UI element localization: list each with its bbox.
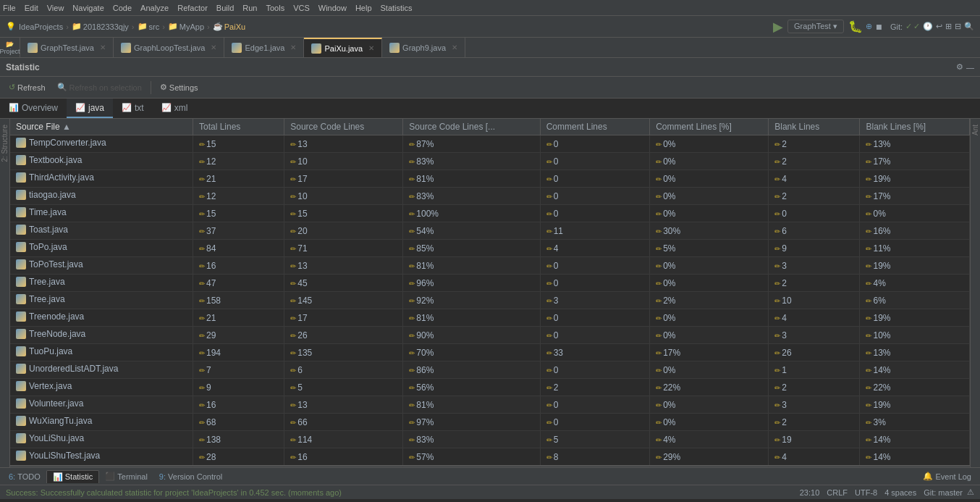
refresh-button[interactable]: ↺ Refresh — [4, 81, 50, 93]
menu-build[interactable]: Build — [216, 4, 234, 12]
line-col[interactable]: 23:10 — [800, 488, 820, 497]
cell-total: ✏16 — [193, 257, 284, 275]
git-check2[interactable]: ✓ — [913, 22, 920, 31]
indent-indicator[interactable]: 4 spaces — [884, 488, 916, 497]
menu-window[interactable]: Window — [318, 4, 347, 12]
edit-icon: ✏ — [656, 297, 662, 305]
git-branch-indicator[interactable]: Git: master — [924, 488, 963, 497]
col-blank-lines[interactable]: Blank Lines — [769, 119, 860, 135]
edit-icon: ✏ — [409, 314, 415, 322]
menu-refactor[interactable]: Refactor — [177, 4, 208, 12]
filename-text: WuXiangTu.java — [29, 416, 92, 426]
tab-graphlooptest[interactable]: GraphLoopTest.java ✕ — [114, 38, 224, 57]
menu-file[interactable]: File — [3, 4, 16, 12]
debug-icon[interactable]: 🐛 — [848, 20, 863, 33]
encoding-indicator[interactable]: UTF-8 — [855, 488, 877, 497]
bottom-tab-statistic[interactable]: 📊 Statistic — [46, 470, 100, 483]
view-tab-java[interactable]: 📈 java — [67, 99, 113, 118]
close-edge1[interactable]: ✕ — [290, 43, 296, 51]
menu-vcs[interactable]: VCS — [293, 4, 310, 12]
cell-total: ✏158 — [193, 292, 284, 309]
col-total-lines[interactable]: Total Lines — [193, 119, 284, 135]
stop-icon[interactable]: ⏹ — [875, 22, 883, 31]
run-icon[interactable]: ▶ — [773, 19, 783, 35]
close-graphtest[interactable]: ✕ — [100, 43, 106, 51]
event-log-tab[interactable]: 🔔 Event Log — [917, 470, 977, 482]
menu-run[interactable]: Run — [242, 4, 257, 12]
col-source-file[interactable]: Source File ▲ — [10, 119, 193, 135]
edit-icon: ✏ — [546, 227, 552, 235]
col-comment-lines[interactable]: Comment Lines — [540, 119, 649, 135]
bottom-tab-version-control[interactable]: 9: Version Control — [153, 471, 228, 482]
table-container[interactable]: Source File ▲ Total Lines Source Code Li… — [10, 119, 970, 467]
settings-button[interactable]: ⚙ Settings — [156, 81, 203, 93]
java-file-icon — [16, 155, 26, 165]
cell-src: ✏17 — [284, 170, 403, 188]
bottom-tab-todo[interactable]: 6: TODO — [3, 471, 46, 482]
edit-icon: ✏ — [656, 314, 662, 322]
col-blank-lines-pct[interactable]: Blank Lines [%] — [860, 119, 970, 135]
crlf-indicator[interactable]: CRLF — [827, 488, 848, 497]
breadcrumb-folder1[interactable]: 20182333qjy — [83, 22, 129, 31]
menu-tools[interactable]: Tools — [266, 4, 284, 12]
view-tab-txt[interactable]: 📈 txt — [113, 99, 153, 118]
git-clock[interactable]: 🕐 — [923, 22, 933, 31]
col-source-code-lines[interactable]: Source Code Lines — [284, 119, 403, 135]
cell-blank-pct: ✏22% — [860, 379, 970, 396]
menu-code[interactable]: Code — [113, 4, 132, 12]
close-graphlooptest[interactable]: ✕ — [211, 43, 216, 51]
tab-graph9[interactable]: Graph9.java ✕ — [382, 38, 465, 57]
project-panel-tab[interactable]: 📂 Project — [0, 38, 20, 57]
menu-edit[interactable]: Edit — [25, 4, 38, 12]
bottom-tab-terminal[interactable]: ⬛ Terminal — [99, 470, 153, 482]
menu-analyze[interactable]: Analyze — [140, 4, 169, 12]
cell-blank: ✏19 — [769, 431, 860, 448]
java-file-icon — [16, 225, 26, 235]
coverage-icon[interactable]: ⊕ — [866, 22, 872, 31]
col-comment-lines-pct[interactable]: Comment Lines [%] — [650, 119, 769, 135]
breadcrumb-idea[interactable]: IdeaProjects — [19, 22, 63, 31]
cell-src: ✏10 — [284, 188, 403, 205]
git-check1[interactable]: ✓ — [905, 22, 912, 31]
cell-src-pct: ✏86% — [403, 361, 540, 379]
cell-total-src-pct: ✏72% — [403, 466, 540, 467]
git-undo[interactable]: ↩ — [936, 22, 942, 31]
tab-graphtest[interactable]: GraphTest.java ✕ — [20, 38, 114, 57]
table-row: Tree.java ✏158 ✏145 ✏92% ✏3 ✏2% ✏10 ✏6% — [10, 292, 970, 309]
col-source-code-lines-pct[interactable]: Source Code Lines [... — [403, 119, 540, 135]
edit-icon: ✏ — [290, 175, 296, 183]
menu-view[interactable]: View — [47, 4, 64, 12]
refresh-on-selection-button[interactable]: 🔍 Refresh on selection — [53, 81, 146, 93]
cell-blank: ✏1 — [769, 361, 860, 379]
tab-paixu[interactable]: PaiXu.java ✕ — [304, 38, 382, 57]
view-tab-xml[interactable]: 📈 xml — [153, 99, 197, 118]
tab-edge1[interactable]: Edge1.java ✕ — [224, 38, 304, 57]
sidebar-structure[interactable]: 2: Structure — [0, 122, 10, 165]
cell-blank-pct: ✏10% — [860, 327, 970, 344]
view-tab-overview[interactable]: 📊 Overview — [0, 99, 67, 118]
java-file-icon — [16, 398, 26, 409]
layout-icon[interactable]: ⊟ — [955, 22, 961, 31]
breadcrumb-folder4[interactable]: PaiXu — [224, 22, 245, 31]
panel-title: Statistic — [6, 62, 40, 72]
close-graph9[interactable]: ✕ — [452, 43, 457, 51]
search-icon[interactable]: 🔍 — [964, 22, 974, 31]
close-paixu[interactable]: ✕ — [368, 44, 374, 52]
cell-comment-pct: ✏0% — [650, 396, 769, 414]
cell-filename: TempConverter.java — [10, 135, 193, 153]
panel-minimize-btn[interactable]: — — [966, 63, 974, 72]
tab-graphlooptest-label: GraphLoopTest.java — [134, 43, 205, 52]
cell-total-comment: ✏2020 — [540, 466, 649, 467]
settings-gear-btn[interactable]: ⚙ — [956, 62, 963, 72]
breadcrumb-folder3[interactable]: MyApp — [179, 22, 204, 31]
view-tab-xml-label: xml — [174, 103, 188, 113]
config-selector[interactable]: GraphTest ▾ — [787, 20, 844, 33]
cell-src-pct: ✏54% — [403, 222, 540, 240]
sidebar-ant[interactable]: Ant — [970, 122, 980, 138]
breadcrumb-folder2[interactable]: src — [149, 22, 160, 31]
menu-statistics[interactable]: Statistics — [381, 4, 413, 12]
cell-filename: Treenode.java — [10, 309, 193, 327]
menu-help[interactable]: Help — [355, 4, 372, 12]
git-push[interactable]: ⊞ — [945, 22, 952, 31]
menu-navigate[interactable]: Navigate — [72, 4, 104, 12]
